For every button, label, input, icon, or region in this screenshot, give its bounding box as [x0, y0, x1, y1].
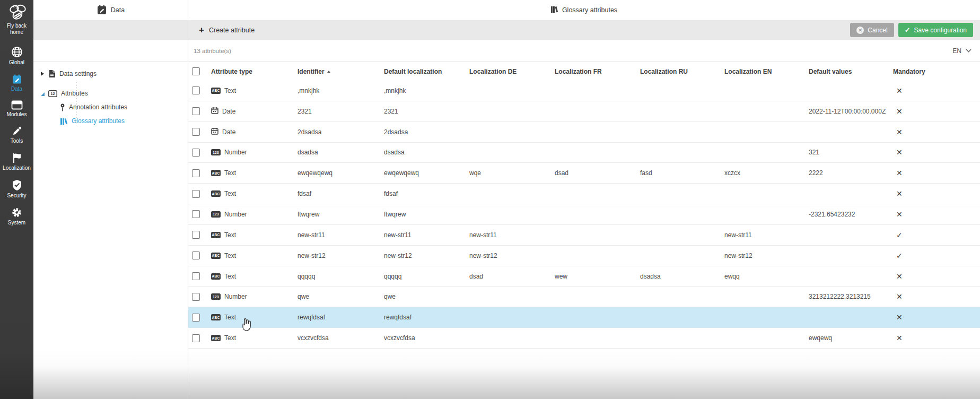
cancel-button[interactable]: ✕ Cancel [850, 23, 894, 37]
row-checkbox[interactable] [192, 231, 200, 239]
row-checkbox[interactable] [192, 86, 200, 94]
toolbar-actions: ✕ Cancel ✓ Save configuration [850, 23, 980, 37]
table-row[interactable]: Date232123212022-11-12T00:00:00.000Z✕ [188, 101, 980, 122]
default-localization-cell: 2dsadsa [382, 128, 467, 136]
localization-de-cell: dsad [467, 273, 553, 280]
column-header-label: Localization EN [724, 68, 772, 75]
default-localization-cell: new-str11 [382, 231, 467, 239]
identifier-cell: qwe [295, 293, 382, 300]
pencil-icon [12, 126, 22, 136]
sidebar-item-data[interactable]: Data [1, 74, 33, 92]
localization-de-cell: new-str11 [467, 231, 553, 239]
identifier-cell: rewqfdsaf [295, 314, 382, 321]
identifier-cell: new-str11 [295, 231, 382, 239]
twisty-triangle [41, 89, 45, 96]
table-header: Attribute typeIdentifierDefault localiza… [188, 62, 980, 81]
sidebar-item-label: Fly back home [1, 23, 33, 36]
attribute-type-label: Number [224, 293, 247, 300]
create-attribute-button[interactable]: + Create attribute [199, 25, 255, 34]
sidebar-item-global[interactable]: Global [1, 46, 33, 66]
mandatory-cross-icon: ✕ [891, 313, 980, 322]
row-checkbox[interactable] [192, 190, 200, 198]
row-checkbox[interactable] [192, 272, 200, 280]
row-checkbox[interactable] [192, 334, 200, 342]
table-row[interactable]: ABCTextnew-str11new-str11new-str11new-st… [188, 225, 980, 246]
table-row[interactable]: ABCTextfdsaffdsaf✕ [188, 184, 980, 204]
mandatory-check-icon: ✓ [891, 251, 980, 260]
date-type-icon [211, 127, 218, 136]
tree-item-label: Attributes [61, 90, 88, 97]
row-checkbox[interactable] [192, 210, 200, 218]
language-selector[interactable]: EN [952, 47, 980, 55]
tree-item-annotation-attributes[interactable]: Annotation attributes [33, 100, 188, 114]
row-checkbox-cell [188, 190, 209, 198]
row-checkbox-cell [188, 86, 209, 94]
row-checkbox[interactable] [192, 293, 200, 301]
collapse-twisty-icon[interactable] [41, 90, 46, 97]
sidebar-item-system[interactable]: System [1, 207, 33, 226]
attribute-type-cell: ABCText [209, 231, 295, 239]
row-checkbox-cell [188, 334, 209, 342]
table-row[interactable]: ABCText,mnkjhk,mnkjhk✕ [188, 81, 980, 101]
column-header-localization-en[interactable]: Localization EN [722, 68, 807, 75]
localization-ru-cell: dsadsa [638, 273, 722, 280]
table-row[interactable]: Date2dsadsa2dsadsa✕ [188, 122, 980, 143]
select-all-checkbox[interactable] [192, 67, 200, 75]
sidebar-item-label: System [1, 220, 33, 226]
column-header-mandatory[interactable]: Mandatory [891, 68, 980, 75]
table-row[interactable]: ABCTextvcxzvcfdsavcxzvcfdsaewqewq✕ [188, 328, 980, 349]
table-body: ABCText,mnkjhk,mnkjhk✕Date232123212022-1… [188, 81, 980, 349]
row-checkbox[interactable] [192, 251, 200, 259]
sidebar-item-localization[interactable]: Localization [1, 152, 33, 171]
sidebar-item-tools[interactable]: Tools [1, 126, 33, 144]
table-row[interactable]: ABCTextqqqqqqqqqqdsadwewdsadsaewqq✕ [188, 266, 980, 287]
column-header-identifier[interactable]: Identifier [295, 68, 382, 75]
sidebar-item-home[interactable]: Fly back home [1, 0, 33, 36]
tree-item-data-settings[interactable]: Data settings [33, 67, 188, 81]
identifier-cell: vcxzvcfdsa [295, 334, 382, 342]
attributes-icon: 12 [48, 90, 57, 97]
tree-item-attributes[interactable]: 12Attributes [33, 86, 188, 100]
column-header-attribute-type[interactable]: Attribute type [209, 68, 295, 75]
table-row[interactable]: ABCTextrewqfdsafrewqfdsaf✕ [188, 307, 980, 328]
row-checkbox-cell [188, 149, 209, 157]
column-header-default-values[interactable]: Default values [807, 68, 891, 75]
row-checkbox[interactable] [192, 107, 200, 115]
table-row[interactable]: ABCTextewqewqewqewqewqewqwqedsadfasdxczc… [188, 163, 980, 184]
row-checkbox[interactable] [192, 149, 200, 157]
calendar-edit-icon [12, 74, 22, 84]
app-root: Fly back home GlobalDataModulesToolsLoca… [0, 0, 980, 399]
row-checkbox-cell [188, 169, 209, 177]
attribute-type-cell: 123Number [209, 293, 295, 300]
sidebar-item-security[interactable]: Security [1, 179, 33, 199]
column-header-default-localization[interactable]: Default localization [382, 68, 467, 75]
attribute-type-cell: ABCText [209, 314, 295, 321]
table-row[interactable]: ABCTextnew-str12new-str12new-str12new-st… [188, 246, 980, 266]
save-configuration-button[interactable]: ✓ Save configuration [898, 23, 973, 37]
row-checkbox[interactable] [192, 314, 200, 322]
table-row[interactable]: 123Numberqweqwe3213212222.3213215✕ [188, 287, 980, 307]
chevron-down-icon [966, 49, 972, 53]
row-checkbox[interactable] [192, 169, 200, 177]
number-type-icon: 123 [211, 211, 221, 218]
attribute-type-label: Date [222, 128, 235, 136]
default-values-cell: 2022-11-12T00:00:00.000Z [807, 108, 891, 115]
panel-divider [188, 0, 188, 399]
calendar-edit-icon [97, 4, 107, 16]
row-checkbox[interactable] [192, 128, 200, 136]
expand-twisty-icon[interactable] [41, 72, 46, 76]
tree-item-glossary-attributes[interactable]: Glossary attributes [33, 114, 188, 128]
text-type-icon: ABC [211, 190, 221, 197]
row-checkbox-cell [188, 293, 209, 301]
gear-icon [11, 207, 22, 218]
close-circle-icon: ✕ [856, 27, 864, 34]
column-header-localization-fr[interactable]: Localization FR [553, 68, 638, 75]
localization-en-cell: ewqq [722, 273, 807, 280]
column-header-localization-de[interactable]: Localization DE [467, 68, 553, 75]
column-header-localization-ru[interactable]: Localization RU [638, 68, 722, 75]
table-row[interactable]: 123Numberdsadsadsadsa321✕ [188, 143, 980, 163]
table-row[interactable]: 123Numberftwqrewftwqrew-2321.65423232✕ [188, 204, 980, 225]
sidebar-item-modules[interactable]: Modules [1, 100, 33, 118]
row-checkbox-cell [188, 251, 209, 259]
identifier-cell: dsadsa [295, 149, 382, 156]
